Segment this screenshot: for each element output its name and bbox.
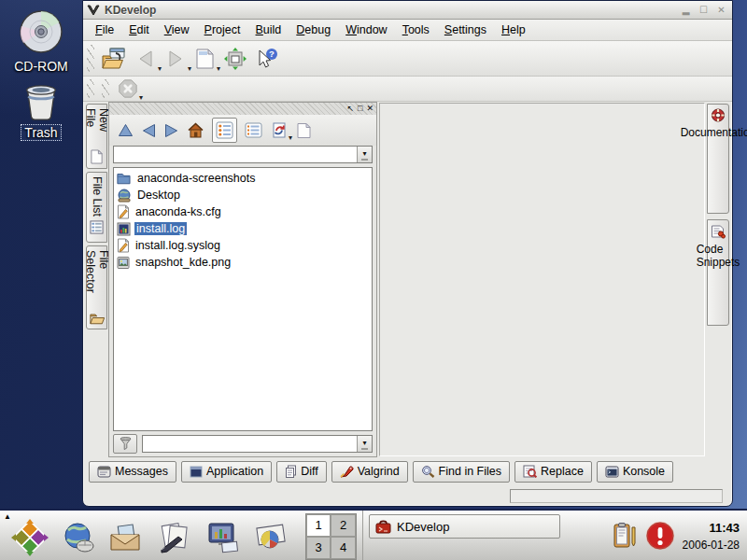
path-combo-arrow[interactable]: ▾ <box>357 147 372 162</box>
pager-desktop-2[interactable]: 2 <box>331 514 356 537</box>
fs-new-file-button[interactable] <box>295 121 313 140</box>
menu-help[interactable]: Help <box>495 21 532 39</box>
path-input[interactable] <box>114 147 357 162</box>
file-selector-toolbar: ▾ <box>109 115 376 146</box>
menu-settings[interactable]: Settings <box>438 21 493 39</box>
file-row[interactable]: install.log.syslog <box>115 237 371 254</box>
alert-notifier-icon[interactable] <box>645 521 675 551</box>
tab-documentation[interactable]: Documentation <box>707 104 729 214</box>
svg-text:?: ? <box>269 49 275 59</box>
pager-desktop-3[interactable]: 3 <box>306 537 331 559</box>
menu-tools[interactable]: Tools <box>396 21 436 39</box>
tab-file-selector[interactable]: File Selector <box>86 245 107 329</box>
close-button[interactable]: ✕ <box>714 4 728 17</box>
clock-date: 2006-01-28 <box>683 537 740 553</box>
back-dropdown-arrow[interactable]: ▾ <box>158 64 162 73</box>
kdevelop-task-icon <box>375 520 391 534</box>
menu-debug[interactable]: Debug <box>289 21 337 39</box>
new-file-button[interactable]: ▾ <box>193 47 217 71</box>
forward-dropdown-arrow[interactable]: ▾ <box>188 64 191 73</box>
kmenu-button[interactable] <box>11 519 49 556</box>
klipper-icon[interactable] <box>613 522 637 550</box>
filter-button[interactable] <box>113 434 137 454</box>
open-project-button[interactable] <box>100 46 128 72</box>
short-view-button[interactable] <box>212 118 237 143</box>
up-button[interactable] <box>117 122 134 138</box>
replace-label: Replace <box>541 465 584 478</box>
desktop-icon-cdrom[interactable]: CD-ROM <box>6 7 77 74</box>
path-combobox[interactable]: ▾ <box>113 146 373 163</box>
fs-forward-button[interactable] <box>163 122 179 139</box>
fs-back-button[interactable] <box>141 122 157 139</box>
menu-edit[interactable]: Edit <box>122 21 156 39</box>
web-browser-launcher[interactable] <box>61 521 96 554</box>
whats-this-button[interactable]: ? <box>254 47 280 71</box>
stop-dropdown-arrow[interactable]: ▾ <box>139 93 143 102</box>
diff-button[interactable]: Diff <box>276 461 327 483</box>
menu-build[interactable]: Build <box>249 21 289 39</box>
messages-label: Messages <box>115 465 168 478</box>
editor-area[interactable] <box>379 103 705 456</box>
pager-desktop-1[interactable]: 1 <box>306 514 331 537</box>
panel-clock[interactable]: 11:43 2006-01-28 <box>683 517 747 554</box>
messages-button[interactable]: Messages <box>89 461 176 483</box>
filter-input[interactable] <box>143 436 357 452</box>
task-list: KDevelop <box>362 511 605 560</box>
right-toolview-tabbar: Documentation Code Snippets <box>707 102 732 457</box>
replace-icon <box>523 465 537 478</box>
application-button[interactable]: Application <box>181 461 272 483</box>
konsole-icon <box>605 466 619 478</box>
impress-launcher[interactable] <box>205 522 241 553</box>
tab-new-file[interactable]: New File <box>86 104 107 169</box>
menu-window[interactable]: Window <box>339 21 393 39</box>
tab-file-list[interactable]: File List <box>86 172 107 243</box>
new-file-dropdown-arrow[interactable]: ▾ <box>217 64 220 73</box>
calc-launcher[interactable] <box>253 523 289 553</box>
titlebar[interactable]: KDevelop ▂ ☐ ✕ <box>83 1 732 20</box>
konsole-button[interactable]: Konsole <box>597 461 673 483</box>
statusbar <box>83 485 732 506</box>
file-row[interactable]: anaconda-screenshots <box>115 170 371 187</box>
menu-file[interactable]: File <box>89 21 120 39</box>
stop-button[interactable]: ▾ <box>117 77 139 100</box>
toolbar-handle-2[interactable] <box>87 79 94 98</box>
kdevelop-task-button[interactable]: KDevelop <box>369 514 560 539</box>
find-in-files-button[interactable]: Find in Files <box>413 461 510 483</box>
menu-view[interactable]: View <box>158 21 196 39</box>
filter-combo-arrow[interactable]: ▾ <box>357 436 372 452</box>
sync-button[interactable]: ▾ <box>270 120 289 140</box>
dock-float-icon[interactable]: ↖ <box>346 105 354 113</box>
file-row-selected[interactable]: install.log <box>115 220 371 237</box>
email-launcher[interactable] <box>108 522 144 553</box>
dock-titlebar[interactable]: ↖ □ ✕ <box>109 103 376 115</box>
dock-close-icon[interactable]: ✕ <box>366 105 374 113</box>
desktop-icon-trash[interactable]: Trash <box>6 80 77 141</box>
minimize-button[interactable]: ▂ <box>679 4 693 17</box>
valgrind-button[interactable]: Valgrind <box>331 461 408 483</box>
forward-button[interactable]: ▾ <box>163 47 188 71</box>
back-button[interactable]: ▾ <box>134 47 158 71</box>
file-list[interactable]: anaconda-screenshots Desktop anaconda-ks… <box>113 167 373 431</box>
raise-window-button[interactable] <box>222 46 248 72</box>
panel-hide-arrow[interactable]: ▲ <box>4 512 11 521</box>
toolbar-handle-3[interactable] <box>102 79 109 98</box>
file-row[interactable]: snapshot_kde.png <box>115 254 371 271</box>
file-row[interactable]: anaconda-ks.cfg <box>115 203 371 220</box>
writer-launcher[interactable] <box>156 522 193 553</box>
filter-combobox[interactable]: ▾ <box>142 435 373 453</box>
dock-maximize-icon[interactable]: □ <box>358 105 362 113</box>
menubar: File Edit View Project Build Debug Windo… <box>83 20 732 41</box>
toolbar-handle[interactable] <box>87 45 94 72</box>
folder-icon <box>117 172 132 185</box>
replace-button[interactable]: Replace <box>514 461 592 483</box>
window-title: KDevelop <box>105 4 156 17</box>
home-button[interactable] <box>186 121 205 139</box>
tab-code-snippets[interactable]: Code Snippets <box>707 219 729 326</box>
maximize-button[interactable]: ☐ <box>697 4 711 17</box>
menu-project[interactable]: Project <box>198 21 247 39</box>
file-row[interactable]: Desktop <box>115 187 371 203</box>
pager-desktop-4[interactable]: 4 <box>331 537 356 559</box>
konsole-label: Konsole <box>623 465 665 478</box>
detailed-view-button[interactable] <box>244 121 263 139</box>
sync-dropdown-arrow[interactable]: ▾ <box>289 133 292 142</box>
